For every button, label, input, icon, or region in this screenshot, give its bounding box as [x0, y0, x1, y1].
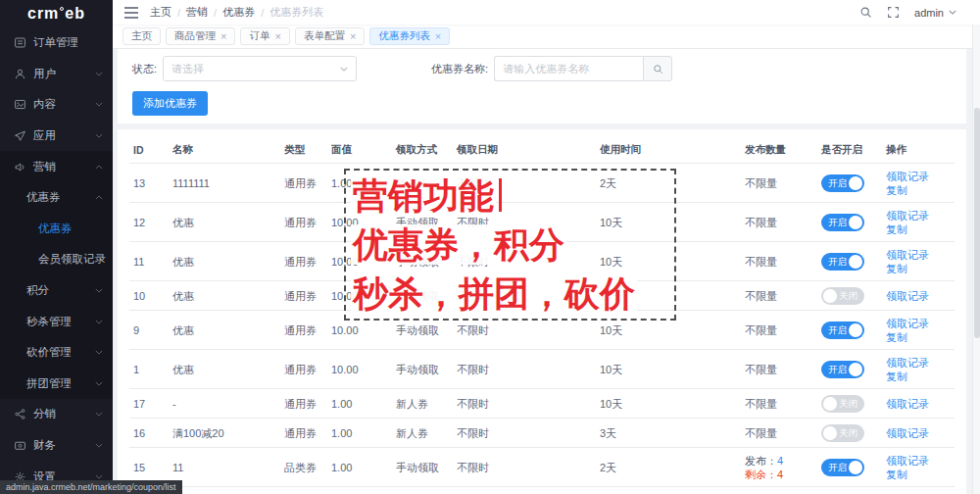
enable-toggle[interactable]: 关闭: [821, 287, 864, 305]
toggle-label: 开启: [828, 461, 847, 474]
breadcrumb-item[interactable]: 优惠券列表: [270, 5, 323, 20]
copy-link[interactable]: 复制: [886, 184, 907, 196]
sidebar-item-marketing[interactable]: 营销: [0, 151, 113, 182]
user-menu[interactable]: admin: [914, 7, 956, 19]
sidebar-item-distribution[interactable]: 分销: [0, 399, 113, 430]
enable-toggle[interactable]: 开启: [821, 174, 864, 192]
copy-link[interactable]: 复制: [886, 370, 907, 382]
cell-qty: 不限量: [741, 419, 817, 448]
cell-type: 品类券: [280, 448, 327, 487]
sidebar-item-label: 秒杀管理: [26, 315, 72, 329]
close-icon[interactable]: ×: [274, 31, 280, 42]
sidebar-item-points[interactable]: 积分: [0, 275, 113, 307]
cell-method: 手动领取: [392, 281, 453, 311]
sidebar-item-bargain[interactable]: 砍价管理: [0, 337, 113, 369]
cell-ops: 领取记录: [882, 389, 955, 419]
close-icon[interactable]: ×: [350, 31, 356, 42]
sidebar-item-seckill[interactable]: 秒杀管理: [0, 306, 113, 337]
toggle-label: 开启: [828, 323, 847, 337]
enable-toggle[interactable]: 开启: [821, 214, 864, 231]
receive-records-link[interactable]: 领取记录: [886, 290, 929, 302]
sidebar-item-label: 优惠券: [26, 190, 61, 205]
status-select[interactable]: 请选择: [163, 56, 357, 81]
receive-records-link[interactable]: 领取记录: [886, 171, 929, 182]
enable-toggle[interactable]: 开启: [821, 253, 864, 271]
receive-records-link[interactable]: 领取记录: [886, 318, 929, 329]
search-icon[interactable]: [859, 6, 872, 19]
table-row: 1优惠通用券10.00手动领取不限时10天不限量开启领取记录复制: [129, 350, 955, 389]
breadcrumb-separator: /: [261, 7, 264, 19]
sidebar-item-users[interactable]: 用户: [0, 59, 113, 90]
sidebar-item-coupon[interactable]: 优惠券: [0, 214, 113, 245]
breadcrumb-item[interactable]: 营销: [186, 5, 208, 20]
chevron-down-icon: [95, 72, 103, 76]
chevron-down-icon: [95, 412, 103, 417]
copy-link[interactable]: 复制: [886, 263, 907, 274]
enable-toggle[interactable]: 开启: [821, 361, 864, 378]
enable-toggle[interactable]: 开启: [821, 459, 864, 476]
tabbar: 主页商品管理×订单×表单配置×优惠券列表×: [113, 25, 980, 49]
sidebar-item-apps[interactable]: 应用: [0, 121, 113, 152]
tab-order[interactable]: 订单×: [240, 27, 289, 45]
cell-ops: 领取记录: [882, 419, 955, 448]
cell-value: 10.00: [327, 311, 392, 350]
sidebar-item-finance[interactable]: 财务: [0, 430, 113, 462]
copy-link[interactable]: 复制: [886, 331, 907, 343]
cell-name: 满100减20: [169, 419, 280, 448]
add-coupon-button[interactable]: 添加优惠券: [132, 91, 208, 116]
enable-toggle[interactable]: 关闭: [821, 424, 864, 442]
sidebar-item-label: 会员领取记录: [38, 252, 106, 267]
sidebar-item-groupon[interactable]: 拼团管理: [0, 369, 113, 400]
sidebar-item-coupon-menu[interactable]: 优惠券: [0, 182, 113, 214]
breadcrumb-item[interactable]: 优惠券: [222, 5, 255, 20]
column-header: 类型: [280, 137, 327, 164]
fullscreen-icon[interactable]: [887, 6, 900, 19]
tab-home[interactable]: 主页: [122, 27, 161, 45]
close-icon[interactable]: ×: [435, 31, 441, 42]
sidebar-item-label: 优惠券: [38, 222, 73, 236]
tab-label: 优惠券列表: [378, 29, 430, 43]
receive-records-link[interactable]: 领取记录: [886, 249, 929, 261]
status-select-placeholder: 请选择: [172, 62, 204, 76]
cell-method: 手动领取: [392, 203, 453, 242]
scrollbar-track: [972, 25, 980, 494]
copy-link[interactable]: 复制: [886, 223, 907, 235]
search-button[interactable]: [643, 56, 672, 81]
receive-records-link[interactable]: 领取记录: [886, 210, 929, 222]
sidebar-item-label: 拼团管理: [26, 376, 72, 391]
filter-panel: 状态: 请选择 优惠券名称: 添加优惠券: [118, 49, 966, 124]
receive-records-link[interactable]: 领取记录: [886, 455, 929, 467]
coupon-name-input-group: [494, 56, 672, 81]
receive-records-link[interactable]: 领取记录: [886, 357, 929, 369]
cell-id: 1: [129, 350, 169, 389]
tab-coupon-list[interactable]: 优惠券列表×: [369, 27, 450, 45]
enable-toggle[interactable]: 开启: [821, 321, 864, 339]
cell-name: 优惠: [169, 281, 280, 311]
cell-time: 1天: [596, 487, 741, 494]
cell-type: 通用券: [280, 350, 327, 389]
cell-ops: 领取记录: [882, 487, 955, 494]
enable-toggle[interactable]: 关闭: [821, 395, 864, 413]
copy-link[interactable]: 复制: [886, 469, 907, 480]
remain-count: 剩余：4: [745, 468, 813, 481]
scrollbar-thumb[interactable]: [974, 108, 980, 338]
receive-records-link[interactable]: 领取记录: [886, 427, 929, 439]
close-icon[interactable]: ×: [220, 31, 226, 42]
sidebar-item-member-receive-records[interactable]: 会员领取记录: [0, 244, 113, 275]
table-row: 16满100减20通用券1.00新人券不限时3天不限量关闭领取记录: [129, 419, 955, 448]
coupon-name-input[interactable]: [494, 56, 643, 81]
tab-product[interactable]: 商品管理×: [166, 27, 235, 45]
cell-toggle: 关闭: [817, 389, 882, 419]
sidebar-item-content[interactable]: 内容: [0, 89, 113, 121]
cell-toggle: 开启: [817, 242, 882, 281]
chevron-down-icon: [95, 474, 103, 479]
chevron-down-icon: [95, 320, 103, 324]
cell-time: 10天: [596, 350, 741, 389]
tab-form-config[interactable]: 表单配置×: [295, 27, 365, 45]
receive-records-link[interactable]: 领取记录: [886, 398, 929, 410]
breadcrumb-item[interactable]: 主页: [150, 5, 172, 20]
toggle-label: 关闭: [839, 426, 858, 440]
menu-collapse-icon[interactable]: [124, 7, 138, 19]
cell-type: 通用券: [280, 487, 327, 494]
sidebar-item-orders[interactable]: 订单管理: [0, 27, 113, 59]
